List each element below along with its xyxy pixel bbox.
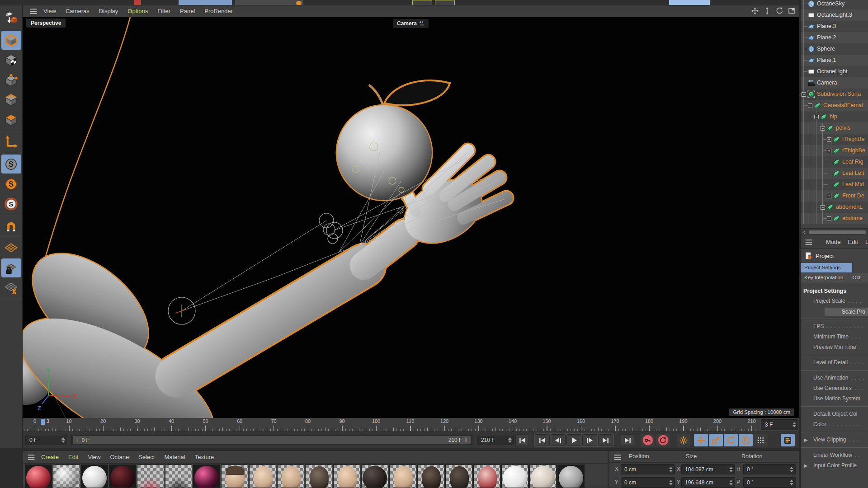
setting-minimum-time[interactable]: Minimum Time. . . [801, 332, 868, 342]
scroll-left-icon[interactable]: < [802, 230, 805, 235]
object-sphere[interactable]: Sphere [801, 43, 868, 55]
menu-item-cameras[interactable]: Cameras [66, 8, 90, 14]
setting-fps[interactable]: FPS. . . . . . . . . . [801, 321, 868, 332]
toolbar-button-fragment[interactable] [669, 0, 710, 5]
tool-edges-mode[interactable] [1, 90, 21, 109]
material-thumbnail-18[interactable] [501, 465, 528, 488]
record-parameter-toggle[interactable] [739, 434, 753, 446]
coord-field-x-1[interactable]: 104.097 cm [681, 464, 735, 474]
tab-project-settings[interactable]: Project Settings [801, 263, 852, 272]
material-thumbnail-9[interactable] [249, 465, 276, 488]
attr-menu-mode[interactable]: Mode [826, 239, 841, 245]
tool-make-editable[interactable] [1, 9, 21, 28]
frame-field[interactable]: 3 F [761, 419, 798, 430]
record-point-level-toggle[interactable] [754, 434, 768, 446]
object-rthighbe[interactable]: +rThighBe [801, 145, 868, 156]
material-thumbnail-8[interactable] [221, 465, 248, 488]
menu-item-options[interactable]: Options [127, 8, 148, 14]
current-frame-field[interactable]: 0 F [25, 435, 67, 445]
menu-item-edit[interactable]: Edit [68, 454, 78, 460]
goto-next-key-button[interactable] [598, 434, 613, 446]
object-manager-hscrollbar[interactable]: < [801, 228, 868, 235]
goto-end-button[interactable] [621, 434, 634, 446]
setting-preview-min-time[interactable]: Preview Min Time. [801, 342, 868, 352]
timeline-window-button[interactable] [781, 434, 795, 446]
timeline-range-track[interactable]: ‖0 F 210 F‖ [71, 435, 472, 445]
object-front-de[interactable]: +Front De [801, 190, 868, 202]
object-lthighbe[interactable]: +lThighBe [801, 134, 868, 145]
setting-input-color-profile[interactable]: ▶Input Color Profile [801, 460, 868, 471]
menu-item-view[interactable]: View [88, 454, 100, 460]
material-thumbnail-1[interactable] [25, 465, 52, 488]
material-thumbnail-5[interactable] [137, 465, 164, 488]
tool-workplane-mode[interactable] [1, 132, 21, 151]
material-thumbnail-20[interactable] [557, 465, 585, 488]
setting-color[interactable]: Color. . . . . . . . . [801, 419, 868, 430]
collapse-icon[interactable]: − [821, 126, 825, 131]
collapse-icon[interactable]: − [814, 115, 819, 119]
object-leaf-rig[interactable]: Leaf Rig [801, 156, 868, 168]
object-leaf-left[interactable]: Leaf Left [801, 168, 868, 179]
material-thumbnail-6[interactable] [165, 465, 192, 488]
tool-snap-on[interactable] [1, 174, 21, 193]
object-abdome[interactable]: −abdome [801, 213, 868, 224]
menu-item-filter[interactable]: Filter [157, 8, 170, 14]
attr-menu-use[interactable]: Use [865, 239, 868, 245]
material-thumbnail-4[interactable] [109, 465, 136, 488]
goto-prev-key-button[interactable] [535, 434, 550, 446]
toolbar-button-fragment[interactable] [179, 0, 232, 5]
collapse-icon[interactable]: − [808, 103, 812, 108]
timeline-range-bar[interactable]: ‖0 F 210 F‖ [73, 436, 471, 444]
material-thumbnail-19[interactable] [529, 465, 557, 488]
menu-item-view[interactable]: View [43, 8, 56, 14]
tool-texture-mode[interactable] [1, 51, 21, 70]
camera-label[interactable]: Camera [393, 19, 429, 28]
timeline-ruler[interactable]: 3 3 F 0102030405060708090100110120130140… [23, 418, 799, 432]
tab-key-interpolation[interactable]: Key Interpolation [801, 273, 848, 282]
toggle-view-icon[interactable] [788, 7, 796, 15]
object-genesis8femal[interactable]: −Genesis8Femal [801, 100, 868, 111]
attribute-object-row[interactable]: Project [801, 249, 868, 263]
object-octanelight[interactable]: OctaneLight [801, 66, 868, 77]
object-plane-3[interactable]: Plane.3 [801, 21, 868, 32]
menu-item-display[interactable]: Display [99, 8, 118, 14]
tool-model-mode[interactable] [1, 31, 21, 50]
range-right-grip[interactable]: ‖ [465, 437, 467, 443]
coord-field-x-1[interactable]: 0 cm [621, 464, 675, 474]
coord-field-y-2[interactable]: 196.648 cm [681, 477, 735, 488]
range-left-grip[interactable]: ‖ [76, 437, 79, 443]
tool-magnet[interactable] [1, 216, 21, 235]
material-thumbnail-12[interactable] [333, 465, 360, 488]
tab-octane[interactable]: Oct [849, 273, 868, 282]
attr-menu-edit[interactable]: Edit [848, 239, 858, 245]
setting-linear-workflow[interactable]: Linear Workflow. . [801, 450, 868, 460]
material-menu-icon[interactable] [27, 453, 36, 462]
object-subdivision-surfa[interactable]: −Subdivision Surfa [801, 89, 868, 100]
setting-view-clipping[interactable]: ▶View Clipping. . . [801, 435, 868, 445]
record-active-objects-button[interactable] [641, 434, 655, 446]
goto-next-frame-button[interactable] [582, 434, 597, 446]
setting-use-animation[interactable]: Use Animation. . . . [801, 373, 868, 383]
current-frame-spinner[interactable] [61, 437, 67, 443]
menu-item-prorender[interactable]: ProRender [204, 8, 233, 14]
menu-item-create[interactable]: Create [41, 454, 59, 460]
expand-icon[interactable]: + [827, 149, 831, 153]
object-plane-1[interactable]: Plane.1 [801, 55, 868, 66]
tool-polygons-mode[interactable] [1, 110, 21, 129]
collapse-icon[interactable]: − [802, 92, 806, 97]
record-rotation-toggle[interactable] [724, 434, 738, 446]
view-label[interactable]: Perspective [26, 19, 66, 28]
record-position-toggle[interactable] [694, 434, 708, 446]
material-thumbnail-16[interactable] [445, 465, 472, 488]
coord-field-h-1[interactable]: 0 ° [743, 464, 796, 474]
material-thumbnail-3[interactable] [81, 465, 108, 488]
autokeying-button[interactable] [656, 434, 670, 446]
object-camera[interactable]: Camera [801, 77, 868, 89]
setting-default-object-col[interactable]: Default Object Col [801, 409, 868, 419]
dolly-icon[interactable] [763, 7, 771, 15]
material-thumbnail-15[interactable] [417, 465, 444, 488]
toolbar-button-fragment[interactable] [435, 0, 455, 5]
pan-icon[interactable] [751, 7, 759, 15]
menu-item-select[interactable]: Select [138, 454, 155, 460]
setting-level-of-detail[interactable]: Level of Detail. . . . [801, 357, 868, 368]
